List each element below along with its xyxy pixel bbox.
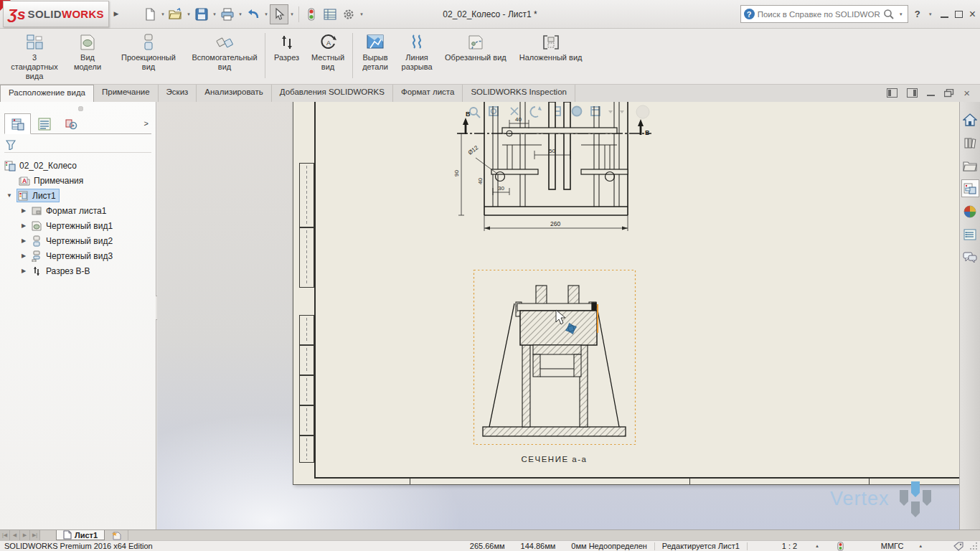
save-button[interactable] [192, 4, 211, 24]
tab-evaluate[interactable]: Анализировать [197, 85, 271, 102]
menu-expand-arrow[interactable]: ▶ [111, 4, 121, 23]
search-dropdown[interactable]: ▾ [897, 11, 905, 17]
taskpane-forum-button[interactable] [961, 248, 979, 266]
undo-dropdown[interactable]: ▾ [263, 11, 270, 17]
ribbon-broken-out-section[interactable]: Вырыв детали [355, 32, 395, 73]
maximize-button[interactable] [955, 11, 963, 18]
search-input[interactable] [758, 10, 880, 19]
sheet-tab-list1[interactable]: Лист1 [56, 530, 105, 540]
expand-caret-icon[interactable]: ▶ [20, 253, 27, 259]
options-button[interactable] [339, 4, 358, 24]
tag-icon[interactable] [953, 542, 963, 551]
new-document-dropdown[interactable]: ▾ [159, 11, 166, 17]
pin-pane-right-icon[interactable] [907, 88, 918, 98]
tab-sketch[interactable]: Эскиз [159, 85, 197, 102]
ribbon-auxiliary-view[interactable]: Вспомогательный вид [187, 32, 263, 73]
pin-pane-left-icon[interactable] [887, 88, 897, 98]
ribbon-break-line[interactable]: Линия разрыва [395, 32, 438, 73]
ribbon-3-standard-views[interactable]: 3 стандартных вида [4, 32, 65, 83]
taskpane-file-explorer-button[interactable] [961, 156, 979, 174]
panel-grip[interactable] [78, 106, 83, 111]
expand-caret-icon[interactable]: ▶ [20, 207, 27, 214]
search-icon[interactable] [883, 9, 895, 20]
dim-hole[interactable]: Ø12 [467, 144, 480, 156]
last-sheet-button[interactable]: ▶| [30, 530, 40, 540]
featuremanager-tab[interactable] [4, 113, 31, 134]
expand-caret-icon[interactable]: ▶ [20, 268, 27, 274]
tree-item-section-view[interactable]: ▶ Разрез B-B [0, 263, 156, 278]
new-document-button[interactable] [141, 4, 159, 24]
scale-dropdown-icon[interactable]: ▴ [816, 543, 819, 549]
units-dropdown-icon[interactable]: ▴ [919, 543, 922, 549]
tree-item-sheet1[interactable]: ▼ Лист1 [0, 188, 156, 203]
panel-tabs-expand[interactable]: > [144, 119, 151, 128]
doc-restore-button[interactable] [944, 89, 954, 98]
doc-close-button[interactable]: × [963, 88, 970, 98]
help-dropdown[interactable]: ▾ [927, 11, 934, 17]
open-button[interactable] [166, 4, 185, 24]
options-dropdown[interactable]: ▾ [358, 11, 365, 17]
tree-filter[interactable] [4, 137, 151, 153]
ribbon-alternate-position-view[interactable]: Наложенный вид [513, 32, 589, 64]
dim-40v[interactable]: 40 [477, 178, 484, 184]
open-folder-icon [169, 8, 183, 21]
taskpane-design-library-button[interactable] [961, 133, 979, 151]
close-button[interactable]: × [969, 9, 976, 20]
select-dropdown[interactable]: ▾ [288, 11, 296, 17]
print-dropdown[interactable]: ▾ [237, 11, 244, 17]
expand-caret-icon[interactable]: ▶ [20, 237, 27, 244]
dim-30[interactable]: 30 [498, 185, 504, 192]
ribbon-section-view[interactable]: Разрез [268, 32, 306, 64]
taskpane-appearances-button[interactable] [961, 202, 979, 220]
tree-item-annotations[interactable]: A Примечания [0, 173, 156, 188]
tab-inspection[interactable]: SOLIDWORKS Inspection [463, 85, 575, 102]
help-button[interactable]: ? [915, 9, 920, 19]
taskpane-custom-properties-button[interactable] [961, 225, 979, 243]
tree-root[interactable]: 02_02_Колесо [0, 158, 156, 173]
ribbon-cropped-view[interactable]: Обрезанный вид [438, 32, 513, 64]
units-label[interactable]: ММГС [881, 542, 904, 550]
next-sheet-button[interactable]: ▶ [20, 530, 30, 540]
add-sheet-tab[interactable] [105, 530, 128, 540]
taskpane-home-button[interactable] [961, 110, 979, 128]
drawing-view-section[interactable] [470, 267, 639, 453]
save-dropdown[interactable]: ▾ [211, 11, 218, 17]
doc-minimize-button[interactable] [927, 95, 935, 96]
tree-item-drawing-view1[interactable]: ▶ Чертежный вид1 [0, 218, 156, 233]
drawing-view-plan[interactable]: В В 40 50 Ø12 30 90 40 260 [441, 102, 678, 242]
first-sheet-button[interactable]: |◀ [0, 530, 10, 540]
interference-check-button[interactable] [302, 4, 321, 24]
dim-90[interactable]: 90 [453, 170, 460, 176]
sheet-scale[interactable]: 1 : 2 [782, 542, 797, 550]
dim-50[interactable]: 50 [549, 148, 555, 154]
prev-sheet-button[interactable]: ◀ [10, 530, 20, 540]
tree-item-drawing-view3[interactable]: ▶ Чертежный вид3 [0, 248, 156, 263]
minimize-button[interactable] [941, 17, 948, 18]
undo-button[interactable] [244, 4, 263, 24]
tab-sheet-format[interactable]: Формат листа [393, 85, 463, 102]
tab-annotation[interactable]: Примечание [94, 85, 159, 102]
ribbon-model-view[interactable]: Вид модели [65, 32, 110, 73]
select-tool-button[interactable] [270, 4, 288, 24]
ribbon-detail-view[interactable]: A Местный вид [306, 32, 350, 73]
dim-260[interactable]: 260 [550, 220, 560, 227]
tree-item-drawing-view2[interactable]: ▶ Чертежный вид2 [0, 233, 156, 248]
propertymanager-tab[interactable] [31, 113, 57, 134]
tab-view-layout[interactable]: Расположение вида [0, 85, 94, 102]
drawing-view3-icon [31, 250, 42, 262]
status-traffic-light-icon[interactable] [837, 542, 844, 551]
tree-item-sheet-format[interactable]: ▶ Формат листа1 [0, 203, 156, 218]
bom-table-button[interactable] [321, 4, 339, 24]
resize-grip[interactable] [969, 542, 978, 550]
ribbon-projected-view[interactable]: Проекционный вид [110, 32, 187, 73]
collapse-caret-icon[interactable]: ▼ [6, 192, 13, 199]
configurationmanager-tab[interactable] [57, 113, 84, 134]
dim-40[interactable]: 40 [515, 116, 522, 123]
graphics-viewport[interactable]: В В 40 50 Ø12 30 90 40 260 [157, 102, 959, 529]
tab-addins[interactable]: Добавления SOLIDWORKS [272, 85, 393, 102]
help-search-box[interactable]: ? ▾ [740, 5, 908, 23]
open-dropdown[interactable]: ▾ [185, 11, 192, 17]
expand-caret-icon[interactable]: ▶ [20, 222, 27, 229]
taskpane-view-palette-button[interactable] [961, 179, 979, 197]
print-button[interactable] [218, 4, 237, 24]
